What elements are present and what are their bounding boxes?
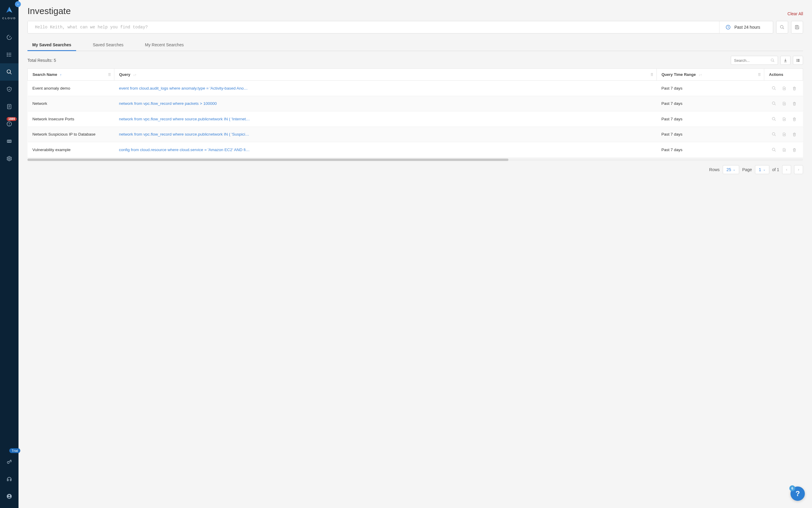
brand-logo[interactable]: CLOUD (2, 0, 16, 23)
columns-button[interactable] (793, 56, 803, 65)
row-export-button[interactable] (780, 100, 788, 108)
nav-alerts[interactable]: 1889 (0, 115, 18, 133)
scrollbar-thumb[interactable] (28, 159, 508, 161)
prev-page-button[interactable]: ‹ (782, 165, 791, 174)
nav-inventory[interactable] (0, 46, 18, 63)
row-delete-button[interactable] (791, 115, 798, 123)
row-view-button[interactable] (770, 146, 778, 154)
save-search-button[interactable] (791, 21, 803, 34)
clock-icon (725, 25, 731, 30)
row-view-button[interactable] (770, 100, 778, 108)
row-delete-button[interactable] (791, 130, 798, 138)
chevron-right-icon: › (17, 2, 18, 6)
query-link[interactable]: network from vpc.flow_record where sourc… (119, 117, 251, 121)
rows-per-page-select[interactable]: 25 ⌄ (723, 165, 739, 174)
cell-query: network from vpc.flow_record where sourc… (114, 112, 657, 127)
page-number-select[interactable]: 1 ⌄ (755, 165, 769, 174)
nav-support[interactable] (0, 470, 18, 488)
chevron-right-icon: › (798, 167, 799, 172)
cell-actions (764, 127, 803, 142)
clear-all-link[interactable]: Clear All (787, 11, 803, 16)
cell-name: Event anomaly demo (28, 81, 114, 96)
query-search-box: Past 24 hours (28, 21, 773, 34)
horizontal-scrollbar[interactable] (28, 159, 803, 161)
svg-rect-34 (797, 61, 797, 62)
run-search-button[interactable] (776, 21, 788, 34)
cell-range: Past 7 days (657, 112, 764, 127)
download-button[interactable] (780, 56, 791, 65)
search-icon (772, 117, 776, 121)
drag-handle-icon[interactable]: ⠿ (108, 72, 111, 77)
nav-compute[interactable] (0, 133, 18, 150)
query-link[interactable]: event from cloud.audit_logs where anomal… (119, 86, 251, 90)
table-filter-input[interactable] (734, 58, 770, 63)
tab-my-saved-searches[interactable]: My Saved Searches (28, 39, 76, 51)
column-header-name[interactable]: Search Name ↑ ⠿ (28, 69, 114, 81)
tab-my-recent-searches[interactable]: My Recent Searches (140, 39, 188, 51)
search-icon (772, 101, 776, 106)
sidebar: › CLOUD 1889 (0, 0, 18, 508)
row-view-button[interactable] (770, 84, 778, 92)
alert-circle-icon (6, 121, 12, 127)
svg-line-41 (775, 120, 776, 121)
svg-point-6 (7, 70, 11, 74)
nav-investigate[interactable] (0, 63, 18, 81)
row-export-button[interactable] (780, 130, 788, 138)
column-header-range[interactable]: Query Time Range ↓↑ ⠿ (657, 69, 764, 81)
chevron-down-icon: ⌄ (733, 168, 735, 171)
query-link[interactable]: network from vpc.flow_record where packe… (119, 101, 217, 106)
sidebar-expand-toggle[interactable]: › (15, 1, 21, 7)
next-page-button[interactable]: › (794, 165, 803, 174)
svg-point-44 (772, 148, 775, 151)
column-header-query[interactable]: Query ↓↑ ⠿ (114, 69, 657, 81)
brand-name: CLOUD (2, 17, 16, 20)
row-view-button[interactable] (770, 130, 778, 138)
container-icon (6, 138, 12, 144)
svg-rect-26 (796, 26, 798, 27)
row-view-button[interactable] (770, 115, 778, 123)
time-range-selector[interactable]: Past 24 hours (719, 21, 773, 33)
nav-subscription[interactable]: Trial (0, 453, 18, 470)
svg-point-40 (772, 117, 775, 120)
query-link[interactable]: config from cloud.resource where cloud.s… (119, 147, 251, 152)
cell-range: Past 7 days (657, 96, 764, 112)
page-label: Page (742, 167, 752, 172)
cell-range: Past 7 days (657, 81, 764, 96)
file-export-icon (782, 117, 786, 121)
cell-actions (764, 96, 803, 112)
row-delete-button[interactable] (791, 85, 798, 92)
svg-point-28 (771, 59, 773, 61)
drag-handle-icon[interactable]: ⠿ (650, 72, 653, 77)
tab-saved-searches[interactable]: Saved Searches (88, 39, 128, 51)
table-row: Network Suspicious IP to Database networ… (28, 127, 803, 142)
cell-name: Vulnerability example (28, 142, 114, 157)
nav-settings[interactable] (0, 150, 18, 167)
columns-icon (796, 58, 800, 62)
row-export-button[interactable] (780, 85, 788, 92)
file-export-icon (782, 86, 786, 90)
svg-point-38 (772, 102, 775, 104)
document-icon (6, 103, 12, 110)
help-fab[interactable]: 6 ? (791, 486, 805, 501)
nav-profile[interactable] (0, 488, 18, 505)
table-filter-box (731, 56, 778, 65)
nav-compliance[interactable] (0, 81, 18, 98)
row-delete-button[interactable] (791, 146, 798, 154)
search-icon (772, 132, 776, 136)
svg-rect-27 (796, 28, 798, 29)
nav-policies[interactable] (0, 98, 18, 115)
cell-name: Network Suspicious IP to Database (28, 127, 114, 142)
svg-point-20 (7, 461, 9, 464)
row-export-button[interactable] (780, 146, 788, 154)
row-export-button[interactable] (780, 115, 788, 123)
svg-point-24 (780, 26, 783, 28)
query-link[interactable]: network from vpc.flow_record where sourc… (119, 132, 251, 136)
drag-handle-icon[interactable]: ⠿ (758, 72, 761, 77)
saved-searches-table: Search Name ↑ ⠿ Query ↓↑ ⠿ Query Time Ra… (28, 69, 803, 157)
shield-check-icon (6, 86, 12, 92)
nav-dashboard[interactable] (0, 29, 18, 46)
row-delete-button[interactable] (791, 100, 798, 108)
svg-line-39 (775, 104, 776, 105)
list-icon (6, 52, 12, 58)
query-input[interactable] (28, 21, 719, 33)
